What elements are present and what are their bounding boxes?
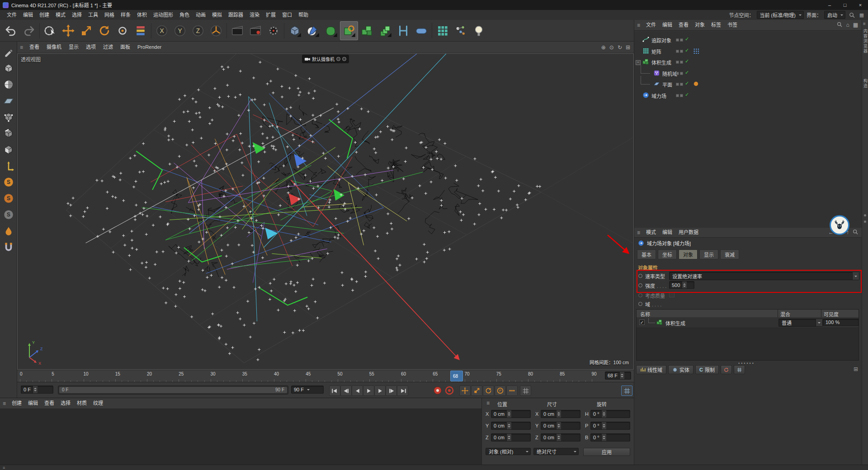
coord-size-input[interactable]: 0 cm bbox=[541, 433, 580, 442]
object-name[interactable]: 矩阵 bbox=[651, 48, 661, 55]
editor-visibility-dot[interactable] bbox=[676, 38, 679, 42]
pla-key-icon[interactable] bbox=[506, 385, 518, 396]
paint-tool-icon[interactable] bbox=[2, 224, 15, 238]
scale-tool-icon[interactable] bbox=[77, 21, 95, 40]
visibility-input[interactable]: 100 % bbox=[823, 319, 859, 326]
matrix-cache-tag-icon[interactable] bbox=[693, 48, 699, 55]
render-visibility-dot[interactable] bbox=[680, 38, 683, 42]
menu-item-4[interactable]: 标签 bbox=[708, 20, 724, 30]
spinner-arrows-icon[interactable] bbox=[601, 410, 606, 418]
x-axis-lock-icon[interactable]: X bbox=[153, 21, 171, 40]
menu-item-5[interactable]: 工具 bbox=[85, 10, 101, 20]
orange-dot-tag-icon[interactable] bbox=[693, 81, 699, 88]
menu-item-7[interactable]: 样条 bbox=[118, 10, 134, 20]
tab-3[interactable]: 显示 bbox=[699, 249, 718, 259]
menu-item-0[interactable]: 文件 bbox=[643, 20, 659, 30]
coord-position-input[interactable]: 0 cm bbox=[491, 422, 531, 430]
render-settings-icon[interactable] bbox=[264, 21, 283, 40]
workplane-mode-icon[interactable] bbox=[2, 94, 15, 108]
coord-size-input[interactable]: 0 cm bbox=[541, 422, 580, 430]
object-name[interactable]: 域力场 bbox=[651, 92, 666, 99]
coord-position-input[interactable]: 0 cm bbox=[491, 433, 531, 442]
render-visibility-dot[interactable] bbox=[680, 72, 683, 75]
redo-icon[interactable] bbox=[20, 21, 38, 40]
polygons-mode-icon[interactable] bbox=[2, 143, 15, 156]
coord-rotation-input[interactable]: 0 ° bbox=[590, 433, 630, 442]
editor-visibility-dot[interactable] bbox=[676, 50, 679, 53]
tab-content-browser[interactable]: 内容浏览器 bbox=[863, 29, 868, 54]
spinner-arrows-icon[interactable] bbox=[601, 434, 606, 441]
menu-item-0[interactable]: 创建 bbox=[9, 399, 25, 408]
panel-menu-icon[interactable]: ≡ bbox=[0, 400, 9, 407]
prev-key-button[interactable] bbox=[340, 385, 352, 396]
tree-item-random-field[interactable]: 随机域✓ bbox=[634, 68, 862, 79]
menu-item-5[interactable]: 纹理 bbox=[90, 399, 106, 408]
coord-size-input[interactable]: 0 cm bbox=[541, 410, 580, 418]
field-enable-checkbox[interactable]: ✓ bbox=[639, 320, 645, 325]
symmetry-icon[interactable] bbox=[394, 21, 412, 40]
menu-item-1[interactable]: 摄像机 bbox=[43, 42, 65, 52]
layout-grid-icon[interactable]: ▦ bbox=[858, 11, 865, 19]
prev-frame-button[interactable] bbox=[352, 385, 363, 396]
dolly-view-icon[interactable]: ⊙ bbox=[609, 44, 614, 51]
editor-visibility-dot[interactable] bbox=[676, 94, 679, 97]
tree-item-matrix[interactable]: 矩阵✓ bbox=[634, 46, 862, 56]
render-visibility-dot[interactable] bbox=[680, 83, 683, 86]
strip-menu-icon[interactable]: ≡ bbox=[863, 21, 866, 26]
timeline-ruler[interactable]: 0510152025303540455055606570758085906868… bbox=[17, 370, 634, 382]
go-to-end-button[interactable] bbox=[397, 385, 408, 396]
render-visibility-dot[interactable] bbox=[680, 61, 683, 64]
search-icon[interactable] bbox=[853, 229, 858, 236]
panel-menu-icon[interactable]: ≡ bbox=[634, 22, 643, 28]
node-space-dropdown[interactable]: 当前 (标准/物理) bbox=[757, 11, 804, 19]
spinner-arrows-icon[interactable] bbox=[682, 282, 687, 288]
menu-item-15[interactable]: 扩展 bbox=[263, 10, 279, 20]
menu-item-8[interactable]: 体积 bbox=[134, 10, 150, 20]
menu-item-11[interactable]: 动画 bbox=[193, 10, 209, 20]
tree-item-plane[interactable]: 平面✓ bbox=[634, 79, 862, 89]
current-frame-input[interactable]: 68 F bbox=[605, 371, 631, 380]
search-icon[interactable] bbox=[848, 11, 855, 19]
object-name[interactable]: 随机域 bbox=[662, 70, 677, 77]
enabled-check-icon[interactable]: ✓ bbox=[685, 47, 689, 53]
fields-list-item[interactable]: ✓ 体积生成 普通 100 % bbox=[637, 317, 859, 328]
play-button[interactable] bbox=[363, 385, 374, 396]
render-view-icon[interactable] bbox=[228, 21, 246, 40]
tree-item-tracer[interactable]: 追踪对象✓ bbox=[634, 34, 862, 45]
menu-item-4[interactable]: 材质 bbox=[74, 399, 90, 408]
menu-item-3[interactable]: 选项 bbox=[82, 42, 99, 52]
menu-item-2[interactable]: 查看 bbox=[41, 399, 57, 408]
position-key-icon[interactable] bbox=[459, 385, 471, 396]
menu-item-3[interactable]: 模式 bbox=[52, 10, 69, 20]
metaball-icon[interactable] bbox=[412, 21, 430, 40]
menu-item-0[interactable]: 模式 bbox=[643, 228, 659, 237]
menu-item-0[interactable]: 文件 bbox=[4, 10, 20, 20]
y-axis-lock-icon[interactable]: Y bbox=[171, 21, 189, 40]
snap-modeling-icon[interactable]: S bbox=[2, 192, 15, 205]
camera-hud[interactable]: 默认摄像机 bbox=[302, 55, 349, 63]
move-tool-icon[interactable] bbox=[59, 21, 77, 40]
next-key-button[interactable] bbox=[386, 385, 397, 396]
interface-dropdown[interactable]: 启动 bbox=[824, 11, 845, 19]
coord-rotation-input[interactable]: 0 ° bbox=[590, 410, 630, 418]
spinner-arrows-icon[interactable] bbox=[556, 422, 561, 429]
autokey-button[interactable] bbox=[444, 385, 454, 395]
tree-item-volume-builder[interactable]: −体积生成✓ bbox=[634, 56, 862, 67]
rotation-key-icon[interactable] bbox=[483, 385, 494, 396]
menu-item-2[interactable]: 显示 bbox=[65, 42, 82, 52]
enabled-check-icon[interactable]: ✓ bbox=[685, 70, 689, 75]
go-to-start-button[interactable] bbox=[329, 385, 340, 396]
snap-workplane-icon[interactable]: S bbox=[2, 208, 15, 221]
menu-item-4[interactable]: 选择 bbox=[69, 10, 85, 20]
tab-structure[interactable]: 构造 bbox=[863, 79, 868, 89]
menu-item-9[interactable]: 运动图形 bbox=[150, 10, 176, 20]
minimize-button[interactable]: – bbox=[822, 0, 837, 10]
menu-item-2[interactable]: 用户数据 bbox=[675, 228, 702, 237]
z-axis-lock-icon[interactable]: Z bbox=[189, 21, 207, 40]
keyframe-selection-icon[interactable] bbox=[520, 385, 531, 396]
fields-list[interactable]: 名称 混合 可见度 ✓ 体积生成 普通 100 % bbox=[636, 309, 859, 361]
scale-key-icon[interactable] bbox=[471, 385, 482, 396]
toggle-views-icon[interactable]: ⊞ bbox=[626, 44, 630, 51]
coordinate-system-icon[interactable] bbox=[207, 21, 225, 40]
material-list-area[interactable] bbox=[0, 409, 481, 465]
